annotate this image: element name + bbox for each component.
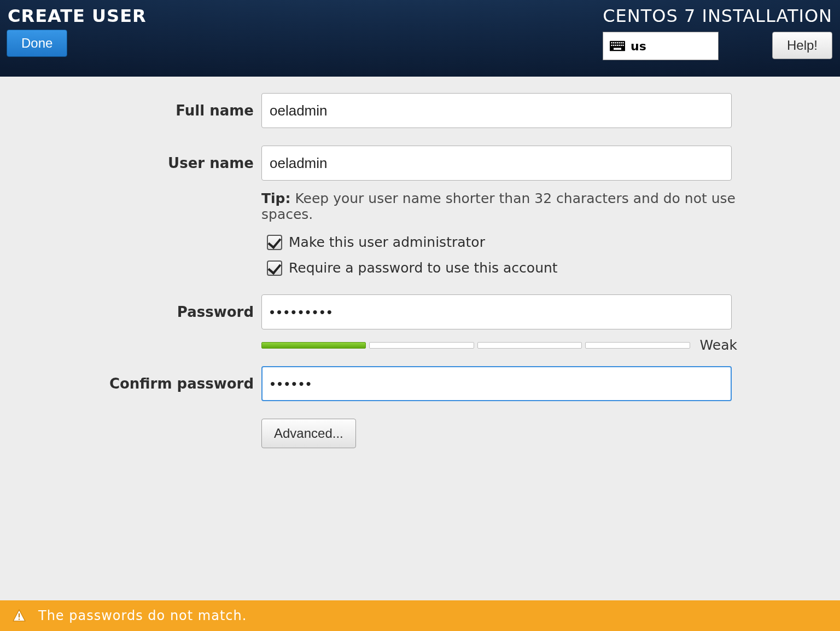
page-title: CREATE USER: [8, 5, 147, 26]
fullname-input[interactable]: [261, 93, 732, 128]
strength-seg-1: [261, 342, 366, 349]
svg-rect-12: [619, 45, 620, 46]
svg-rect-9: [613, 45, 614, 46]
svg-rect-5: [619, 42, 620, 43]
tip-prefix: Tip:: [261, 190, 291, 206]
require-password-checkbox[interactable]: [267, 260, 282, 276]
svg-rect-15: [614, 48, 621, 50]
confirm-password-input[interactable]: [261, 366, 732, 401]
help-button[interactable]: Help!: [772, 32, 832, 59]
svg-rect-6: [621, 42, 622, 43]
strength-seg-4: [585, 342, 690, 349]
create-user-form: Full name User name Tip: Keep your user …: [0, 93, 840, 448]
svg-rect-17: [19, 618, 20, 620]
username-label: User name: [0, 155, 261, 171]
require-password-checkbox-label: Require a password to use this account: [289, 260, 558, 276]
username-tip: Tip: Keep your user name shorter than 32…: [261, 190, 737, 222]
svg-rect-8: [611, 45, 612, 46]
svg-rect-7: [622, 42, 623, 43]
confirm-password-label: Confirm password: [0, 375, 261, 392]
svg-rect-11: [617, 45, 618, 46]
svg-rect-3: [615, 42, 616, 43]
warning-text: The passwords do not match.: [38, 608, 247, 623]
password-label: Password: [0, 304, 261, 320]
warning-bar: The passwords do not match.: [0, 600, 840, 631]
installer-header: CREATE USER CENTOS 7 INSTALLATION Done u…: [0, 0, 840, 77]
keyboard-layout-selector[interactable]: us: [603, 32, 719, 60]
keyboard-icon: [610, 40, 625, 51]
password-strength-meter: [261, 342, 690, 349]
admin-checkbox[interactable]: [267, 235, 282, 250]
svg-rect-1: [611, 42, 612, 43]
svg-rect-14: [622, 45, 623, 46]
username-input[interactable]: [261, 146, 732, 181]
password-strength-label: Weak: [700, 337, 737, 353]
fullname-label: Full name: [0, 102, 261, 119]
svg-rect-16: [19, 613, 20, 618]
tip-text: Keep your user name shorter than 32 char…: [261, 190, 736, 222]
admin-checkbox-label: Make this user administrator: [289, 234, 485, 250]
strength-seg-3: [477, 342, 582, 349]
svg-rect-4: [617, 42, 618, 43]
warning-icon: [12, 609, 26, 623]
svg-rect-13: [621, 45, 622, 46]
password-input[interactable]: [261, 294, 732, 329]
done-button[interactable]: Done: [7, 30, 67, 57]
svg-rect-2: [613, 42, 614, 43]
installer-title: CENTOS 7 INSTALLATION: [603, 5, 832, 26]
svg-rect-10: [615, 45, 616, 46]
advanced-button[interactable]: Advanced...: [261, 419, 356, 448]
keyboard-layout-label: us: [631, 39, 646, 53]
strength-seg-2: [369, 342, 474, 349]
